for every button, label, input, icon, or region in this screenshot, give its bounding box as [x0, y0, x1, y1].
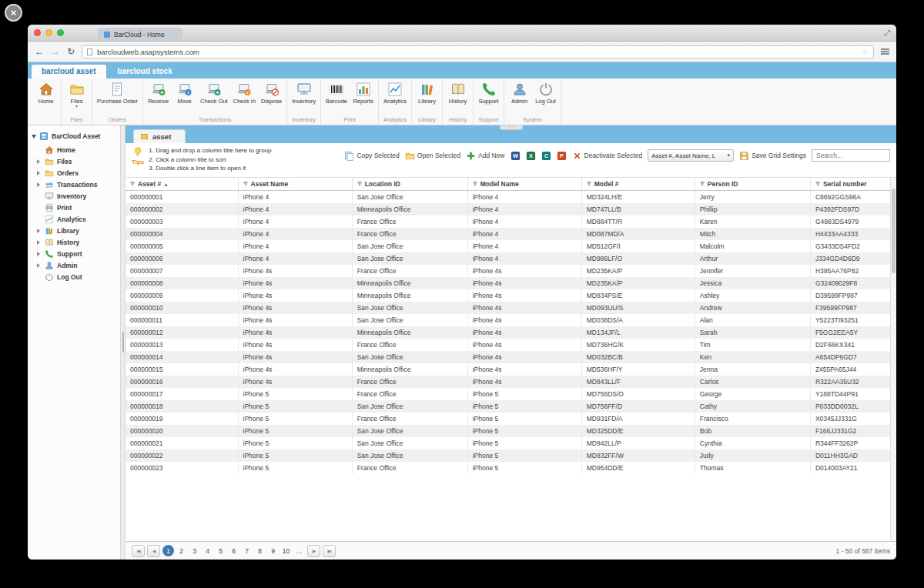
expander-icon[interactable] — [37, 252, 42, 256]
table-row[interactable]: 000000023iPhone 5France OfficeiPhone 5MD… — [126, 462, 896, 474]
minimize-window-button[interactable] — [45, 29, 52, 36]
ribbon-button-library[interactable]: Library — [414, 80, 440, 105]
page-button-2[interactable]: 2 — [176, 545, 187, 556]
save-grid-settings-button[interactable]: Save Grid Settings — [739, 151, 806, 161]
browser-menu-icon[interactable] — [881, 51, 889, 52]
ribbon-button-purchase-order[interactable]: Purchase Order — [95, 80, 140, 105]
page-button-3[interactable]: 3 — [189, 545, 200, 556]
filter-icon[interactable] — [357, 180, 365, 188]
ribbon-button-inventory[interactable]: Inventory — [290, 80, 318, 105]
filter-icon[interactable] — [472, 180, 480, 188]
page-button-7[interactable]: 7 — [241, 545, 253, 556]
table-row[interactable]: 000000011iPhone 4sSan Jose OfficeiPhone … — [126, 314, 896, 326]
ribbon-button-barcode[interactable]: Barcode — [323, 80, 350, 105]
table-row[interactable]: 000000010iPhone 4sSan Jose OfficeiPhone … — [126, 302, 896, 314]
forward-button[interactable]: → — [51, 47, 60, 56]
sidebar-item-files[interactable]: Files — [29, 155, 119, 167]
column-header-location-id[interactable]: Location ID — [352, 178, 467, 191]
ribbon-button-reports[interactable]: Reports — [350, 80, 376, 105]
ribbon-button-check-in[interactable]: ‹Check In — [231, 80, 259, 105]
deactivate-selected-button[interactable]: Deactivate Selected — [572, 151, 643, 161]
table-row[interactable]: 000000001iPhone 4San Jose OfficeiPhone 4… — [126, 190, 896, 203]
column-header-person-id[interactable]: Person ID — [695, 178, 810, 191]
table-row[interactable]: 000000004iPhone 4France OfficeiPhone 4MD… — [126, 228, 896, 240]
column-header-model[interactable]: Model # — [581, 178, 695, 191]
export-csv-icon[interactable]: C — [541, 151, 551, 161]
table-row[interactable]: 000000009iPhone 4sMinneapolis OfficeiPho… — [126, 289, 896, 302]
page-button-6[interactable]: 6 — [228, 545, 239, 556]
filter-icon[interactable] — [586, 180, 594, 188]
sidebar-item-support[interactable]: Support — [29, 248, 119, 259]
page-button-1[interactable]: 1 — [162, 545, 174, 556]
address-bar[interactable]: barcloudweb.asapsystems.com ☆ — [82, 45, 874, 58]
ribbon-button-home[interactable]: Home — [33, 80, 59, 105]
sidebar-item-home[interactable]: Home — [29, 144, 119, 155]
expander-icon[interactable] — [37, 182, 42, 187]
add-new-button[interactable]: Add New — [466, 151, 505, 161]
collapse-ribbon-handle[interactable] — [500, 125, 523, 130]
sidebar-item-inventory[interactable]: Inventory — [29, 190, 119, 202]
next-page-button[interactable] — [307, 545, 320, 557]
table-row[interactable]: 000000021iPhone 5San Jose OfficeiPhone 5… — [126, 437, 896, 449]
sidebar-item-analytics[interactable]: Analytics — [29, 213, 119, 225]
expander-icon[interactable] — [37, 229, 42, 233]
zoom-window-button[interactable] — [57, 29, 64, 36]
sidebar-item-history[interactable]: History — [29, 236, 119, 248]
page-button-[interactable]: … — [293, 545, 305, 556]
filter-icon[interactable] — [243, 180, 251, 188]
table-row[interactable]: 000000006iPhone 4San Jose OfficeiPhone 4… — [126, 252, 896, 265]
ribbon-button-check-out[interactable]: +Check Out — [198, 80, 229, 105]
page-button-4[interactable]: 4 — [202, 545, 213, 556]
table-row[interactable]: 000000003iPhone 4France OfficeiPhone 4MD… — [126, 215, 896, 228]
sidebar-root[interactable]: BarCloud Asset — [29, 130, 119, 144]
page-button-10[interactable]: 10 — [280, 545, 292, 556]
sidebar-item-log-out[interactable]: Log Out — [29, 271, 119, 282]
browser-tab[interactable]: BarCloud - Home — [98, 28, 182, 41]
table-row[interactable]: 000000020iPhone 5San Jose OfficeiPhone 5… — [126, 425, 896, 437]
ribbon-button-admin[interactable]: Admin — [507, 80, 532, 105]
prev-page-button[interactable] — [147, 545, 160, 557]
copy-selected-button[interactable]: Copy Selected — [344, 151, 399, 161]
page-button-8[interactable]: 8 — [254, 545, 266, 556]
back-button[interactable]: ← — [35, 47, 44, 56]
ribbon-button-files[interactable]: Files▾ — [64, 80, 89, 108]
app-tab-barcloud-stock[interactable]: barcloud stock — [108, 65, 182, 79]
close-overlay-button[interactable] — [5, 4, 22, 22]
sidebar-item-orders[interactable]: Orders — [29, 167, 119, 179]
column-header-model-name[interactable]: Model Name — [467, 178, 581, 191]
sidebar-item-transactions[interactable]: Transactions — [29, 179, 119, 190]
ribbon-button-history[interactable]: History — [445, 80, 470, 105]
expander-icon[interactable] — [37, 263, 42, 268]
table-row[interactable]: 000000013iPhone 4sFrance OfficeiPhone 4s… — [126, 339, 896, 351]
table-row[interactable]: 000000008iPhone 4sMinneapolis OfficeiPho… — [126, 277, 896, 289]
page-button-9[interactable]: 9 — [267, 545, 279, 556]
vertical-scrollbar[interactable] — [890, 178, 896, 541]
ribbon-button-dispose[interactable]: Dispose — [259, 80, 284, 105]
column-header-asset[interactable]: Asset #▲ — [126, 178, 238, 191]
table-row[interactable]: 000000015iPhone 4sMinneapolis OfficeiPho… — [126, 363, 896, 376]
table-row[interactable]: 000000002iPhone 4Minneapolis OfficeiPhon… — [126, 203, 896, 215]
bookmark-star-icon[interactable]: ☆ — [862, 48, 869, 56]
column-header-serial-number[interactable]: Serial number — [810, 178, 896, 191]
page-button-5[interactable]: 5 — [215, 545, 226, 556]
filter-icon[interactable] — [699, 180, 708, 188]
export-pdf-icon[interactable]: P — [557, 151, 567, 161]
table-row[interactable]: 000000014iPhone 4sSan Jose OfficeiPhone … — [126, 351, 896, 363]
app-tab-barcloud-asset[interactable]: barcloud asset — [32, 65, 106, 79]
fullscreen-icon[interactable]: ⤢ — [884, 28, 890, 38]
reload-button[interactable]: ↻ — [67, 47, 75, 56]
sidebar-item-admin[interactable]: Admin — [29, 259, 119, 271]
ribbon-button-move[interactable]: ›Move — [172, 80, 197, 105]
open-selected-button[interactable]: Open Selected — [405, 151, 460, 161]
expander-icon[interactable] — [37, 240, 42, 245]
filter-icon[interactable] — [129, 180, 138, 188]
ribbon-button-receive[interactable]: +Receive — [146, 80, 171, 105]
first-page-button[interactable] — [132, 545, 145, 557]
close-window-button[interactable] — [34, 29, 41, 36]
ribbon-button-log-out[interactable]: Log Out — [533, 80, 558, 105]
export-excel-icon[interactable]: X — [526, 151, 536, 161]
sidebar-item-print[interactable]: Print — [29, 202, 119, 213]
table-row[interactable]: 000000007iPhone 4sFrance OfficeiPhone 4s… — [126, 265, 896, 277]
table-row[interactable]: 000000005iPhone 4San Jose OfficeiPhone 4… — [126, 240, 896, 252]
column-chooser-dropdown[interactable]: Asset #, Asset Name, L ▾ — [648, 149, 734, 162]
